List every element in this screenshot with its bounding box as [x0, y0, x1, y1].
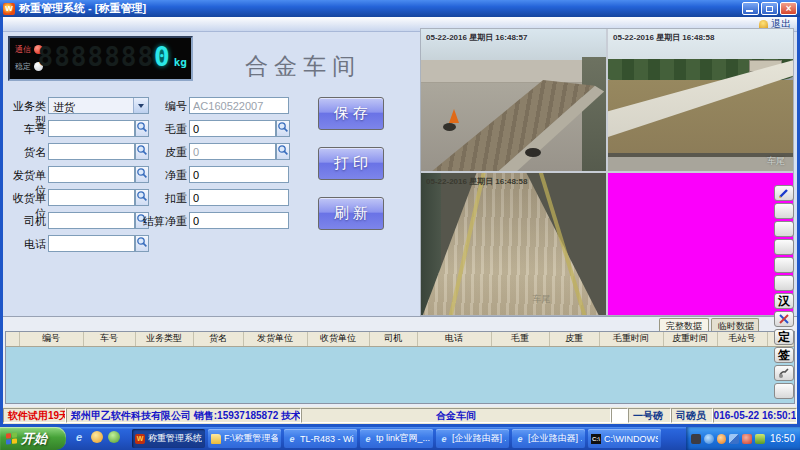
restore-button[interactable]	[761, 2, 778, 15]
tray-hide-icons-chevron[interactable]	[704, 434, 714, 444]
taskbar-clock[interactable]: 16:50	[770, 433, 795, 444]
camera-grid: 05-22-2016 星期日 16:48:57 05-22-2016 星期日 1…	[420, 28, 794, 316]
col-receiver[interactable]: 收货单位	[307, 332, 369, 346]
ime-blank-button[interactable]	[774, 221, 794, 237]
col-driver[interactable]: 司机	[369, 332, 417, 346]
status-indicator-box	[611, 408, 628, 423]
receiver-input[interactable]	[48, 189, 135, 206]
cam2-corner-label: 车尾	[767, 155, 785, 168]
tray-messenger-icon[interactable]	[717, 434, 727, 444]
truck-no-input[interactable]	[48, 120, 135, 137]
ime-blank-button[interactable]	[774, 203, 794, 219]
magnifier-icon	[277, 121, 289, 134]
cam1-tire	[443, 123, 456, 131]
app-logo-icon: W	[135, 434, 145, 444]
phone-input[interactable]	[48, 235, 135, 252]
business-type-select[interactable]: 进货	[48, 97, 149, 114]
col-serial[interactable]: 编号	[19, 332, 83, 346]
task-router-admin-2[interactable]: e [企业路由器] ...	[512, 429, 585, 448]
task-tplink-site[interactable]: e tp link官网_...	[360, 429, 433, 448]
windows-flag-icon	[6, 432, 17, 444]
folder-icon	[211, 434, 221, 444]
col-phone[interactable]: 电话	[417, 332, 491, 346]
tab-temp-data[interactable]: 临时数据	[711, 318, 759, 331]
driver-label: 司机	[3, 214, 46, 229]
tray-network-icon[interactable]	[729, 434, 739, 444]
ime-blank-button[interactable]	[774, 275, 794, 291]
deduct-input[interactable]	[189, 189, 289, 206]
task-router-page-1[interactable]: e TL-R483 - Win...	[284, 429, 357, 448]
task-cmd-window[interactable]: C:\ C:\WINDOWS\sy...	[588, 429, 661, 448]
hand-write-icon	[778, 367, 790, 379]
ime-board-button[interactable]	[774, 383, 794, 399]
col-sender[interactable]: 发货单位	[243, 332, 307, 346]
tare-input	[189, 143, 276, 160]
quick-launch-app-icon[interactable]	[91, 431, 103, 443]
ie-icon: e	[515, 434, 525, 444]
tray-security-icon[interactable]	[742, 434, 752, 444]
system-tray: 16:50	[686, 427, 800, 450]
phone-lookup-button[interactable]	[135, 235, 149, 252]
driver-input[interactable]	[48, 212, 135, 229]
ime-toolbar: 汉 定 签	[774, 185, 796, 401]
weight-display: 通信 稳定 8888888 0 kg	[8, 36, 193, 81]
records-table[interactable]: 编号 车号 业务类型 货名 发货单位 收货单位 司机 电话 毛重 皮重 毛重时间	[5, 331, 795, 404]
cmd-icon: C:\	[591, 434, 601, 444]
goods-input[interactable]	[48, 143, 135, 160]
task-router-admin-1[interactable]: e [企业路由器] ...	[436, 429, 509, 448]
workshop-title: 合金车间	[183, 51, 423, 82]
minimize-button[interactable]	[742, 2, 759, 15]
task-backup-folder[interactable]: F:\称重管理备份	[208, 429, 281, 448]
close-button[interactable]: ×	[780, 2, 797, 15]
trial-status: 软件试用19天	[3, 408, 66, 423]
cam1-trees	[582, 57, 606, 171]
start-button[interactable]: 开始	[0, 427, 66, 450]
print-button[interactable]: 打印	[318, 147, 384, 180]
col-tare-time[interactable]: 皮重时间	[663, 332, 717, 346]
col-gross[interactable]: 毛重	[491, 332, 549, 346]
refresh-button[interactable]: 刷新	[318, 197, 384, 230]
ime-handwrite-button[interactable]	[774, 365, 794, 381]
gross-lookup-button[interactable]	[276, 120, 290, 137]
tare-lookup-button[interactable]	[276, 143, 290, 160]
window-title: 称重管理系统 - [称重管理]	[19, 1, 146, 16]
cam3-timestamp: 05-22-2016 星期日 16:48:58	[426, 176, 527, 187]
quick-launch: e	[72, 430, 120, 444]
app-window: W 称重管理系统 - [称重管理] × 退出 通信 稳	[0, 0, 800, 427]
tray-update-icon[interactable]	[755, 434, 765, 444]
col-truck[interactable]: 车号	[83, 332, 135, 346]
col-gross-time[interactable]: 毛重时间	[599, 332, 663, 346]
ime-blank-button[interactable]	[774, 257, 794, 273]
cam3-corner-label: 车尾	[533, 293, 551, 306]
tray-device-icon[interactable]	[691, 434, 701, 444]
settle-net-input[interactable]	[189, 212, 289, 229]
col-tare[interactable]: 皮重	[549, 332, 599, 346]
ime-pen-icon[interactable]	[774, 185, 794, 201]
net-input[interactable]	[189, 166, 289, 183]
ime-tools-button[interactable]	[774, 311, 794, 327]
ime-fixed-button[interactable]: 定	[774, 329, 794, 345]
cam1-wall	[421, 60, 606, 84]
weight-value: 0	[154, 42, 170, 72]
status-bar: 软件试用19天 郑州甲乙软件科技有限公司 销售:15937185872 技术:1…	[3, 407, 797, 424]
ime-sign-button[interactable]: 签	[774, 347, 794, 363]
quick-launch-media-icon[interactable]	[108, 431, 120, 443]
tab-complete-data[interactable]: 完整数据	[659, 318, 709, 331]
col-business-type[interactable]: 业务类型	[135, 332, 193, 346]
tare-label: 皮重	[137, 145, 187, 160]
gross-input[interactable]	[189, 120, 276, 137]
net-label: 净重	[137, 168, 187, 183]
col-goods[interactable]: 货名	[193, 332, 243, 346]
save-button[interactable]: 保存	[318, 97, 384, 130]
app-logo-icon: W	[3, 3, 15, 15]
col-station[interactable]: 毛站号	[717, 332, 767, 346]
ime-blank-button[interactable]	[774, 239, 794, 255]
taskbar: 开始 e W 称重管理系统 ... F:\称重管理备份 e TL-R483 - …	[0, 427, 800, 450]
gross-label: 毛重	[137, 122, 187, 137]
quick-launch-ie-icon[interactable]: e	[72, 430, 86, 444]
tools-icon	[778, 313, 790, 325]
sender-input[interactable]	[48, 166, 135, 183]
ime-chinese-button[interactable]: 汉	[774, 293, 794, 309]
task-weighing-app[interactable]: W 称重管理系统 ...	[132, 429, 205, 448]
screen: W 称重管理系统 - [称重管理] × 退出 通信 稳	[0, 0, 800, 450]
